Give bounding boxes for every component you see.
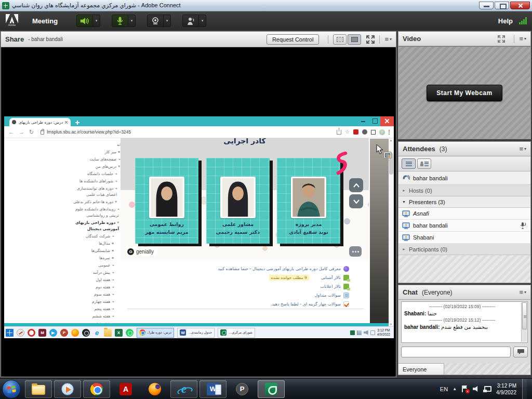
nav-item[interactable]: هفته اول — [69, 276, 124, 284]
help-menu[interactable]: Help — [498, 17, 513, 25]
restore-button[interactable] — [495, 2, 509, 9]
taskbar-media-player[interactable] — [54, 380, 81, 398]
taskbar-psiphon[interactable]: P — [229, 380, 256, 398]
attendee-list-view-button[interactable] — [402, 158, 416, 169]
action-center-flag-icon[interactable]: x — [461, 385, 468, 392]
page-scrollbar[interactable]: ▲ ▼ — [389, 138, 394, 326]
nav-item-current-course[interactable]: دوره طراحی بازیهای آموزشی دیجیتال — [69, 219, 124, 233]
shared-telegram-icon[interactable] — [49, 329, 57, 337]
browser-profile-avatar[interactable] — [379, 129, 385, 135]
browser-close-button[interactable] — [380, 116, 394, 126]
share-page-icon[interactable] — [337, 130, 341, 135]
nav-item[interactable]: شرکت کنندگان — [69, 233, 124, 240]
taskbar-word[interactable]: W — [200, 380, 227, 398]
chat-tab-everyone[interactable]: Everyone — [398, 363, 444, 375]
network-icon[interactable] — [484, 386, 491, 392]
show-desktop-button[interactable] — [522, 379, 527, 399]
slide-down-button[interactable] — [349, 194, 363, 208]
shared-tray-network-icon[interactable] — [370, 330, 375, 335]
nav-item[interactable]: دوره ها-خانم دکتر بدعلی — [69, 198, 124, 206]
embed-options-button[interactable] — [349, 246, 362, 257]
activity-link[interactable]: سوالات چهار گزینه ای - لطفا پاسخ دهید. — [129, 300, 349, 309]
browser-forward-icon[interactable]: → — [19, 129, 24, 135]
shared-obs-icon[interactable] — [82, 329, 90, 337]
scroll-down-icon[interactable]: ▼ — [390, 323, 392, 326]
phone-attendee-row[interactable]: bahar bandali — [398, 171, 530, 185]
shared-start-button[interactable] — [6, 329, 14, 337]
nav-item[interactable]: هفته دوم — [69, 284, 124, 291]
nav-item[interactable]: رویدادهای دانشکده علوم تربیتی و روانشناس… — [69, 206, 124, 219]
nav-item[interactable]: میز کار — [69, 149, 124, 156]
chat-pod-menu-caret[interactable]: ▾ — [524, 290, 526, 295]
meeting-menu[interactable]: Meeting — [25, 17, 65, 25]
browser-menu-icon[interactable] — [389, 130, 390, 135]
activity-link[interactable]: تالار اعلانات — [129, 282, 349, 291]
shared-snipping-tool-icon[interactable] — [17, 329, 24, 337]
extension-dark-icon[interactable] — [362, 129, 367, 135]
participants-group-row[interactable]: ► Participants (0) — [398, 244, 530, 255]
taskbar-internet-explorer[interactable]: e — [170, 380, 197, 398]
shared-psiphon-icon[interactable]: P — [60, 329, 68, 337]
extension-square-icon[interactable] — [371, 130, 376, 135]
share-view-toggle-2[interactable] — [348, 34, 361, 45]
nav-item[interactable]: دوره های توانمندسازی اعضای هیات علمی — [69, 185, 124, 198]
shared-window-connect[interactable]: شوراي مركزي... — [218, 328, 255, 338]
shared-tray-app-icon[interactable] — [350, 330, 355, 335]
taskbar-chrome[interactable] — [83, 380, 110, 398]
shared-file-explorer-icon[interactable] — [104, 329, 112, 337]
nav-item[interactable]: جلسات دانشگاه — [69, 170, 124, 178]
shared-tray-speaker-icon[interactable] — [364, 330, 368, 335]
browser-tab[interactable]: درس: دوره طراحی بازیهای آموزشی — [9, 118, 71, 126]
start-button[interactable] — [2, 380, 21, 398]
nav-item[interactable]: هفته سوم — [69, 291, 124, 298]
genially-logo[interactable]: G genially — [126, 247, 158, 256]
taskbar-file-explorer[interactable] — [25, 380, 52, 398]
speaker-dropdown[interactable]: ▾ — [93, 15, 100, 27]
scroll-up-icon[interactable]: ▲ — [390, 139, 392, 142]
browser-back-icon[interactable]: ← — [8, 129, 14, 135]
microphone-dropdown[interactable]: ▾ — [128, 15, 136, 27]
presenter-row[interactable]: Asnafi — [398, 208, 530, 220]
nav-item[interactable]: خانه — [69, 141, 124, 149]
taskbar-acrobat[interactable]: A — [112, 380, 139, 398]
fullscreen-icon[interactable] — [366, 35, 375, 44]
share-view-toggle-1[interactable] — [333, 34, 347, 45]
shared-excel-icon[interactable]: X — [115, 329, 123, 337]
nav-item[interactable]: شوراهای دانشکده ها — [69, 178, 124, 185]
speaker-button[interactable] — [76, 15, 93, 27]
webcam-button[interactable] — [147, 15, 164, 27]
extension-red-icon[interactable] — [353, 129, 358, 135]
status-dropdown[interactable]: ▾ — [199, 15, 206, 27]
nav-item[interactable]: مدال‌ها — [69, 240, 124, 247]
chat-scrollbar[interactable] — [521, 302, 527, 342]
nav-item[interactable]: صفحه‌های سایت — [69, 156, 124, 163]
nav-item[interactable]: شایستگی‌ها — [69, 247, 124, 255]
activity-link[interactable]: تالار آشنایی 9 مطلب خوانده نشده — [129, 273, 349, 282]
taskbar-adobe-connect[interactable] — [258, 380, 285, 398]
nav-item[interactable]: درس‌های من — [69, 163, 124, 170]
webcam-dropdown[interactable]: ▾ — [164, 15, 171, 27]
browser-restore-button[interactable] — [369, 116, 380, 126]
browser-minimize-button[interactable] — [357, 116, 369, 126]
nav-item[interactable]: هفته ششم — [69, 313, 124, 320]
nav-item[interactable]: هفته چهارم — [69, 298, 124, 305]
shared-firefox-icon[interactable] — [71, 329, 79, 337]
taskbar-clock[interactable]: 3:12 PM 4/9/2022 — [496, 382, 516, 396]
shared-window-chrome[interactable]: درس: دوره طرا.. — [137, 328, 174, 338]
request-control-button[interactable]: Request Control — [267, 34, 320, 45]
presenter-row[interactable]: Shabani — [398, 232, 530, 244]
tab-close-icon[interactable] — [64, 121, 68, 124]
close-button[interactable] — [510, 2, 530, 9]
microphone-button[interactable] — [112, 15, 128, 27]
shared-whatsapp-icon[interactable] — [126, 329, 134, 337]
connection-signal-icon[interactable] — [519, 17, 527, 24]
video-pod-menu-icon[interactable]: ≡ — [519, 36, 523, 42]
new-tab-button[interactable] — [74, 119, 81, 126]
hosts-group-row[interactable]: ► Hosts (0) — [398, 185, 530, 196]
shared-clock[interactable]: 3:12 PM 4/9/2022 — [377, 328, 392, 337]
chat-scrollbar-thumb[interactable] — [522, 302, 527, 329]
nav-item[interactable]: عمومی — [69, 262, 124, 269]
minimize-button[interactable] — [479, 2, 494, 9]
tray-expand-icon[interactable]: ▲ — [453, 387, 457, 391]
video-fullscreen-icon[interactable] — [498, 35, 505, 43]
